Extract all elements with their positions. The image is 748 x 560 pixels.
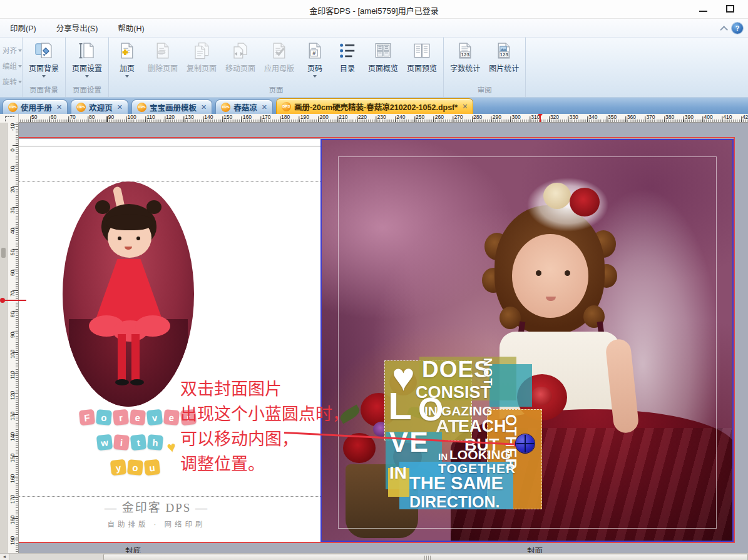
tab-close-icon[interactable]: ✕ — [200, 103, 207, 111]
horizontal-scrollbar-thumb[interactable] — [103, 554, 748, 560]
help-icon[interactable]: ? — [732, 23, 743, 34]
love-tile — [489, 364, 532, 407]
dropdown-arrow-icon — [85, 75, 89, 78]
letter-tile: o — [96, 409, 112, 425]
ruler-label: 130 — [185, 114, 194, 120]
ruler-label: 150 — [223, 114, 232, 120]
ribbon-group-caption: 页面设置 — [68, 84, 106, 97]
annotation-line: 可以移动内图， — [180, 427, 349, 452]
ribbon-button-delete-page: 删除页面 — [143, 38, 182, 84]
photo-hair-bun — [95, 200, 110, 214]
ribbon-group-caption: 页面 — [111, 84, 441, 97]
maximize-button[interactable] — [719, 1, 740, 16]
love-word-in2: IN — [438, 452, 448, 461]
scrollbar-grip-icon — [424, 556, 432, 560]
ribbon-button-page-overview[interactable]: 页面概览 — [364, 38, 402, 84]
toc-icon — [337, 41, 357, 61]
tab-close-icon[interactable]: ✕ — [461, 103, 468, 111]
ruler-label: 100 — [128, 114, 136, 120]
move-page-icon — [230, 41, 250, 61]
tab-welcome[interactable]: DPS欢迎页✕ — [71, 99, 128, 114]
ribbon-tool-align[interactable]: 对齐 — [3, 45, 22, 55]
ribbon-button-word-count[interactable]: 123字数统计 — [446, 38, 484, 84]
tab-label: 春菇凉 — [233, 101, 257, 113]
ribbon-tool-label: 旋转 — [3, 76, 17, 86]
horizontal-scrollbar[interactable]: ◄ — [0, 553, 748, 560]
horizontal-ruler-marker[interactable] — [540, 114, 541, 123]
ribbon-button-add-page[interactable]: 加页 — [111, 38, 143, 84]
title-bar: 金印客DPS - [amei5759]用户已登录 — [0, 0, 748, 19]
menu-item-print[interactable]: 印刷(P) — [0, 18, 46, 38]
page-back-cover[interactable]: Foreverwith♥you — 金印客 DPS — 自助排版 · 网络印刷 — [19, 139, 320, 542]
ruler-label: 400 — [704, 114, 713, 120]
ruler-label: 50 — [31, 114, 37, 120]
page-background-icon — [34, 41, 54, 61]
ribbon-group-caption: 页面背景 — [24, 84, 63, 97]
ruler-label: 200 — [320, 114, 329, 120]
ribbon-tool-label: 对齐 — [3, 45, 17, 55]
dropdown-arrow-icon — [42, 75, 46, 78]
vertical-ruler[interactable]: -100102030405060708090100110120130140150… — [8, 123, 19, 553]
letter-tile: y — [110, 459, 126, 476]
document-canvas[interactable]: Foreverwith♥you — 金印客 DPS — 自助排版 · 网络印刷 — [19, 123, 748, 553]
ribbon-button-image-count[interactable]: 123图片统计 — [484, 38, 523, 84]
menu-item-share-export[interactable]: 分享导出(S) — [46, 18, 108, 38]
ribbon-button-toc[interactable]: 目录 — [331, 38, 364, 84]
document-tab-bar: DPS使用手册✕DPS欢迎页✕DPS宝宝画册模板✕DPS春菇凉✕DPS画册-20… — [0, 98, 748, 114]
ribbon-tool-group[interactable]: 编组 — [3, 61, 22, 71]
ribbon-button-page-preview[interactable]: 页面预览 — [402, 38, 441, 84]
ruler-corner[interactable] — [0, 114, 19, 123]
love-word-does: DOES — [422, 358, 490, 381]
group-review: 123字数统计123图片统计审阅 — [444, 38, 526, 97]
tab-chunguliang[interactable]: DPS春菇凉✕ — [215, 99, 273, 114]
ribbon-button-page-setup[interactable]: 页面设置 — [68, 38, 106, 84]
instruction-annotation[interactable]: 双击封面图片出现这个小蓝圆点时，可以移动内图，调整位置。 — [180, 377, 349, 477]
annotation-line: 双击封面图片 — [180, 377, 349, 402]
image-count-icon: 123 — [494, 41, 514, 61]
vertical-ruler-marker[interactable] — [1, 300, 26, 301]
ribbon-button-row: 123字数统计123图片统计 — [446, 38, 523, 84]
ruler-label: 30 — [9, 208, 16, 213]
photo-shoe — [115, 379, 129, 385]
collapse-ribbon-icon[interactable] — [720, 26, 728, 34]
letter-tile: i — [113, 434, 130, 451]
ribbon-button-label: 删除页面 — [148, 63, 178, 73]
tab-baby-album-template[interactable]: DPS宝宝画册模板✕ — [131, 99, 212, 114]
horizontal-ruler[interactable]: 4050607080901001101201301401501601701801… — [0, 114, 748, 123]
panel-splitter-handle[interactable] — [1, 248, 6, 258]
ruler-label: 120 — [166, 114, 175, 120]
ruler-label: 80 — [89, 114, 95, 120]
love-word-o: O — [418, 393, 443, 425]
tab-close-icon[interactable]: ✕ — [116, 103, 123, 111]
minimize-button[interactable] — [692, 1, 714, 16]
ribbon-toolbar: 对齐编组旋转 页面背景页面背景页面设置页面设置加页删除页面复制页面移动页面应用母… — [0, 38, 748, 98]
tab-user-manual[interactable]: DPS使用手册✕ — [3, 99, 68, 114]
scroll-left-button[interactable]: ◄ — [0, 554, 9, 560]
oval-photo-girl-red-dress[interactable] — [63, 181, 194, 407]
page-overview-icon — [373, 41, 393, 61]
menu-item-help[interactable]: 帮助(H) — [108, 18, 154, 38]
photo-eye — [136, 237, 140, 240]
maximize-icon — [726, 5, 734, 13]
ruler-label: 350 — [608, 114, 617, 120]
tab-album-document[interactable]: DPS画册-20cm硬壳精装-春菇凉210202-1052.dpsf*✕ — [276, 98, 473, 114]
ruler-label: 170 — [9, 495, 16, 504]
image-move-handle-dot[interactable] — [516, 434, 535, 453]
ruler-label: 410 — [723, 114, 732, 120]
dropdown-arrow-icon — [313, 75, 317, 78]
ruler-label: 260 — [435, 114, 444, 120]
ruler-label: 270 — [454, 114, 463, 120]
ruler-label: 40 — [9, 228, 16, 234]
photo-shoe — [130, 379, 144, 385]
ribbon-button-row: 页面背景 — [24, 38, 63, 84]
tab-close-icon[interactable]: ✕ — [55, 103, 62, 111]
ribbon-tool-rotate[interactable]: 旋转 — [3, 76, 22, 86]
left-panel-strip[interactable] — [0, 123, 8, 553]
menu-right-controls: ? — [720, 19, 743, 38]
ribbon-button-page-background[interactable]: 页面背景 — [24, 38, 63, 84]
ruler-label: 330 — [570, 114, 578, 120]
tab-close-icon[interactable]: ✕ — [260, 103, 267, 111]
apply-master-icon — [269, 41, 289, 61]
ribbon-button-page-number[interactable]: #页码 — [299, 38, 331, 84]
ribbon-button-label: 移动页面 — [225, 63, 255, 73]
